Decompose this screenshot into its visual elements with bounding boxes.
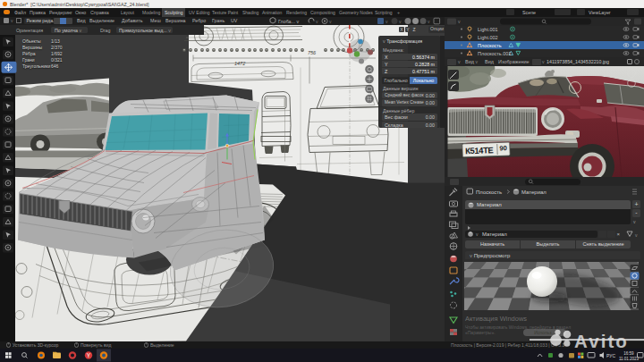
svg-text:v: v xyxy=(329,18,332,23)
svg-text:90: 90 xyxy=(499,144,507,152)
svg-text:Плоскость.001: Плоскость.001 xyxy=(478,50,511,55)
svg-text:Материал: Материал xyxy=(521,189,547,195)
svg-text:16:59: 16:59 xyxy=(623,351,634,356)
svg-text:v: v xyxy=(316,18,318,23)
svg-text:v: v xyxy=(399,18,402,23)
svg-text:Глоба... v: Глоба... v xyxy=(278,18,299,23)
svg-text:Y: Y xyxy=(87,352,91,358)
svg-text:v: v xyxy=(635,232,638,238)
svg-text:К514ТЕ: К514ТЕ xyxy=(465,145,494,156)
svg-text:v: v xyxy=(386,18,388,23)
svg-text:Light.002: Light.002 xyxy=(478,34,498,39)
svg-text:Light.001: Light.001 xyxy=(478,26,498,31)
svg-text:v: v xyxy=(428,18,430,23)
svg-text:РУС: РУС xyxy=(606,353,615,358)
svg-text:Плоскость: Плоскость xyxy=(476,189,502,195)
svg-text:Плоскость: Плоскость xyxy=(478,42,502,47)
svg-text:756: 756 xyxy=(308,49,317,55)
svg-text:1472: 1472 xyxy=(234,60,245,65)
svg-text:11.01.2023: 11.01.2023 xyxy=(619,357,640,361)
